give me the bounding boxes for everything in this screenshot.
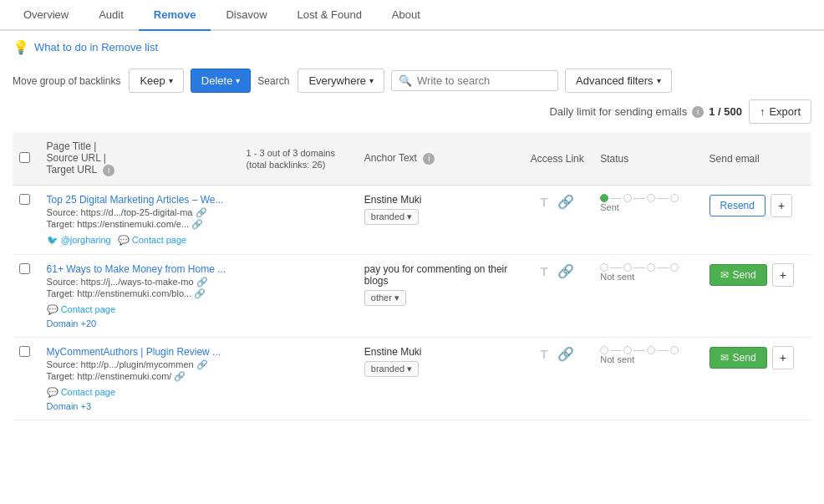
col-header-access: Access Link (521, 132, 593, 186)
nav-tabs: OverviewAuditRemoveDisavowLost & FoundAb… (0, 0, 824, 31)
text-access-icon-2: T (541, 347, 548, 361)
status-label-1: Not sent (600, 272, 695, 282)
status-track-1 (600, 263, 695, 272)
source-url-link-2[interactable]: 🔗 (196, 359, 208, 369)
link-access-icon-0: 🔗 (557, 195, 574, 209)
advanced-filters-caret: ▾ (657, 76, 661, 85)
delete-caret: ▾ (236, 76, 240, 85)
text-access-icon-0: T (541, 195, 548, 209)
daily-limit-section: Daily limit for sending emails i 1 / 500 (549, 105, 742, 118)
table-row: 61+ Ways to Make Money from Home ...Sour… (13, 255, 811, 338)
source-url-link-0[interactable]: 🔗 (196, 207, 207, 217)
target-url-link-1[interactable]: 🔗 (194, 288, 206, 298)
row-checkbox-2[interactable] (19, 346, 30, 357)
add-send-button-0[interactable]: + (771, 194, 792, 217)
delete-button[interactable]: Delete ▾ (191, 69, 252, 93)
export-button[interactable]: ↑ Export (749, 99, 811, 124)
hint-link[interactable]: What to do in Remove list (34, 41, 158, 53)
target-url-link-2[interactable]: 🔗 (174, 371, 186, 381)
nav-tab-disavow[interactable]: Disavow (211, 0, 282, 29)
twitter-link-0[interactable]: 🐦 @jorgharing (47, 235, 111, 246)
target-url-1: Target: http://enstinemuki.com/blo... 🔗 (47, 288, 233, 299)
status-dot-3-0 (647, 194, 655, 202)
send-button-1[interactable]: ✉ Send (710, 264, 767, 286)
page-col-info-icon[interactable]: i (103, 165, 114, 176)
add-send-button-1[interactable]: + (772, 263, 794, 287)
nav-tab-overview[interactable]: Overview (8, 0, 84, 29)
send-actions-1: ✉ Send + (710, 263, 805, 287)
table-row: Top 25 Digital Marketing Articles – We..… (13, 186, 811, 255)
keep-button[interactable]: Keep ▾ (129, 69, 183, 93)
search-box: 🔍 (391, 70, 558, 91)
status-dot-3-1 (647, 263, 655, 272)
anchor-badge-1[interactable]: other ▾ (364, 290, 406, 306)
status-dot-4-1 (670, 263, 679, 272)
nav-tab-lost-found[interactable]: Lost & Found (282, 0, 377, 29)
source-url-1: Source: https://j.../ways-to-make-mo 🔗 (47, 277, 233, 288)
search-icon: 🔍 (399, 74, 412, 87)
daily-limit-count: 1 / 500 (709, 105, 742, 118)
backlinks-table: Page Title |Source URL |Target URL i 1 -… (13, 132, 811, 420)
status-dot-2-1 (623, 263, 632, 272)
table-header-row: Page Title |Source URL |Target URL i 1 -… (13, 132, 811, 186)
page-title-1: 61+ Ways to Make Money from Home ... (47, 263, 233, 275)
advanced-filters-button[interactable]: Advanced filters ▾ (565, 69, 672, 93)
status-dot-1-1 (600, 263, 608, 272)
status-dot-4-2 (670, 346, 679, 354)
row-checkbox-1[interactable] (19, 263, 30, 274)
status-dot-4-0 (670, 194, 679, 202)
status-line-3-1 (657, 267, 669, 268)
status-line-2-1 (633, 267, 645, 268)
daily-limit-label: Daily limit for sending emails (549, 105, 687, 118)
contact-link-1[interactable]: 💬 Contact page (47, 304, 116, 315)
resend-button-0[interactable]: Resend (710, 195, 766, 216)
status-line-2-0 (633, 198, 645, 199)
nav-tab-about[interactable]: About (377, 0, 435, 29)
move-group-label: Move group of backlinks (13, 75, 120, 87)
row-checkbox-0[interactable] (19, 194, 30, 205)
add-send-button-2[interactable]: + (772, 346, 794, 369)
search-input[interactable] (417, 74, 551, 87)
table-row: MyCommentAuthors | Plugin Review ...Sour… (13, 338, 811, 420)
status-track-2 (600, 346, 695, 354)
col-header-page: Page Title |Source URL |Target URL i (40, 132, 240, 186)
status-dot-3-2 (647, 346, 655, 354)
target-url-2: Target: http://enstinemuki.com/ 🔗 (47, 371, 233, 382)
hint-bar: 💡 What to do in Remove list (0, 31, 824, 64)
text-access-icon-1: T (541, 264, 548, 278)
anchor-col-info-icon[interactable]: i (423, 153, 435, 165)
nav-tab-remove[interactable]: Remove (139, 0, 211, 31)
status-dot-1-2 (600, 346, 608, 354)
link-access-icon-2: 🔗 (557, 347, 574, 361)
nav-tab-audit[interactable]: Audit (84, 0, 139, 29)
status-line-3-2 (657, 350, 669, 351)
col-header-anchor: Anchor Text i (358, 132, 521, 186)
table-wrap: Page Title |Source URL |Target URL i 1 -… (0, 132, 824, 420)
status-line-3-0 (657, 198, 669, 199)
status-line-1-2 (610, 350, 622, 351)
anchor-name-2: Enstine Muki (364, 346, 515, 358)
status-line-2-2 (633, 350, 645, 351)
source-url-link-1[interactable]: 🔗 (196, 277, 208, 287)
contact-link-0[interactable]: 💬 Contact page (118, 235, 187, 246)
contact-link-2[interactable]: 💬 Contact page (47, 387, 116, 398)
target-url-link-0[interactable]: 🔗 (191, 219, 203, 229)
select-all-checkbox[interactable] (19, 152, 30, 163)
daily-limit-info-icon[interactable]: i (692, 106, 704, 118)
source-url-0: Source: https://d.../top-25-digital-ma 🔗 (47, 207, 233, 218)
status-label-2: Not sent (600, 354, 695, 364)
toolbar: Move group of backlinks Keep ▾ Delete ▾ … (0, 64, 824, 132)
anchor-badge-2[interactable]: branded ▾ (364, 361, 419, 377)
everywhere-dropdown[interactable]: Everywhere ▾ (298, 69, 384, 93)
domain-plus-1[interactable]: Domain +20 (47, 318, 233, 328)
status-track-0 (600, 194, 695, 202)
target-url-0: Target: https://enstinemuki.com/e... 🔗 (47, 219, 233, 230)
domain-plus-2[interactable]: Domain +3 (47, 401, 233, 411)
status-label-0: Sent (600, 202, 695, 212)
send-email-icon-2: ✉ (720, 352, 729, 364)
col-header-status: Status (593, 132, 702, 186)
anchor-badge-0[interactable]: branded ▾ (364, 209, 419, 225)
send-actions-0: Resend + (710, 194, 805, 217)
send-button-2[interactable]: ✉ Send (710, 347, 767, 369)
link-access-icon-1: 🔗 (557, 264, 574, 278)
